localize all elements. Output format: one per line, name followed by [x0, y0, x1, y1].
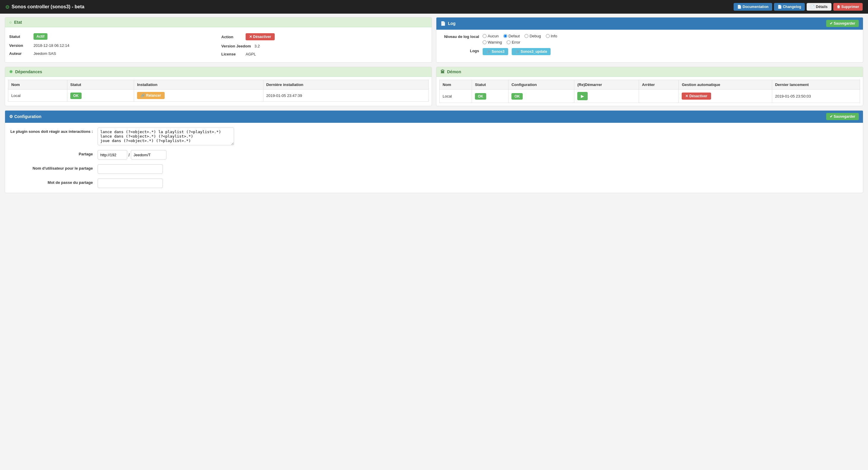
changelog-button[interactable]: 📄 Changelog [774, 3, 805, 11]
niveau-label: Niveau de log local [440, 34, 479, 39]
demon-dernier-cell: 2019-01-05 23:50:03 [772, 90, 860, 103]
log-body: Niveau de log local Aucun Defaut Debug [436, 30, 863, 59]
dependances-card: ❋ Dépendances Nom Statut Installation De… [5, 67, 432, 106]
demon-table-row: Local OK OK ▶ ✕ Désactiver 2019-01-05 23… [440, 90, 860, 103]
config-title: ⚙ Configuration [9, 114, 41, 119]
etat-statut-row: Statut Actif [9, 31, 215, 41]
radio-group-container: Aucun Defaut Debug Info [483, 34, 859, 44]
row-dep-demon: ❋ Dépendances Nom Statut Installation De… [5, 67, 863, 106]
auteur-label: Auteur [9, 51, 30, 56]
log-title-group: 📄 Log [440, 21, 456, 26]
etat-col-left: Statut Actif Version 2018-12-18 06:12:14… [9, 31, 215, 58]
demon-col-config: Configuration [508, 80, 574, 90]
config-save-button[interactable]: ✔ Sauvegarder [826, 113, 859, 120]
redemarrer-button[interactable]: ▶ [577, 92, 588, 100]
version-label: Version [9, 43, 30, 48]
dep-title: Dépendances [15, 69, 42, 74]
dep-col-nom: Nom [8, 80, 67, 90]
license-label: License [221, 52, 242, 56]
config-header: ⚙ Configuration ✔ Sauvegarder [5, 111, 863, 123]
partage-separator: / [128, 152, 130, 157]
radio-warning[interactable]: Warning [483, 40, 502, 44]
demon-arreter-cell [639, 90, 679, 103]
logs-btns-row: 🔗 Sonos3 🔗 Sonos3_update [483, 48, 859, 55]
mot-de-passe-label: Mot de passe du partage [10, 179, 93, 185]
version-value: 2018-12-18 06:12:14 [33, 43, 69, 48]
log-grid: Niveau de log local Aucun Defaut Debug [440, 34, 859, 55]
nom-utilisateur-value-container [98, 164, 858, 174]
etat-col-right: Action ✕ Désactiver Version Jeedom 3.2 L… [221, 31, 428, 58]
license-value: AGPL [246, 52, 256, 56]
dep-table: Nom Statut Installation Dernière install… [8, 80, 429, 102]
demon-nom-cell: Local [440, 90, 472, 103]
etat-card: ○ Etat Statut Actif Version 2018-12-18 0… [5, 17, 432, 63]
demon-col-gestion: Gestion automatique [679, 80, 772, 90]
configuration-card: ⚙ Configuration ✔ Sauvegarder Le plugin … [5, 110, 863, 193]
etat-grid: Statut Actif Version 2018-12-18 06:12:14… [9, 31, 428, 58]
radio-group-2: Warning Error [483, 40, 859, 44]
config-body: Le plugin sonos doit réagir aux interact… [5, 123, 863, 193]
demon-header: 🏛 Démon [436, 67, 863, 77]
version-jeedom-value: 3.2 [254, 44, 260, 48]
etat-versionjeedom-row: Version Jeedom 3.2 [221, 42, 428, 50]
demon-col-redemarrer: (Re)Démarrer [574, 80, 639, 90]
dependances-header: ❋ Dépendances [5, 67, 432, 77]
etat-license-row: License AGPL [221, 50, 428, 58]
radio-aucun[interactable]: Aucun [483, 34, 499, 38]
radio-defaut[interactable]: Defaut [503, 34, 520, 38]
page-title: ⊙ Sonos controller (sonos3) - beta [5, 4, 84, 10]
interactions-value-container: lance dans (?<object>.*) la playlist (?<… [98, 127, 858, 145]
page-header: ⊙ Sonos controller (sonos3) - beta 📄 Doc… [0, 0, 868, 13]
auteur-value: Jeedom SAS [33, 51, 56, 56]
log-save-button[interactable]: ✔ Sauvegarder [826, 20, 859, 27]
demon-table: Nom Statut Configuration (Re)Démarrer Ar… [439, 80, 860, 103]
dep-col-statut: Statut [67, 80, 134, 90]
nom-utilisateur-input[interactable] [98, 164, 163, 174]
etat-action-row: Action ✕ Désactiver [221, 31, 428, 42]
dep-table-header-row: Nom Statut Installation Dernière install… [8, 80, 429, 90]
interactions-textarea[interactable]: lance dans (?<object>.*) la playlist (?<… [98, 127, 234, 145]
dep-body: Nom Statut Installation Dernière install… [5, 77, 432, 105]
etat-auteur-row: Auteur Jeedom SAS [9, 50, 215, 58]
row-etat-log: ○ Etat Statut Actif Version 2018-12-18 0… [5, 17, 863, 63]
partage-host-input[interactable] [98, 150, 127, 160]
radio-error[interactable]: Error [507, 40, 520, 44]
dep-col-derniere: Dernière installation [263, 80, 428, 90]
dep-derniere-cell: 2019-01-05 23:47:39 [263, 90, 428, 102]
radio-debug[interactable]: Debug [525, 34, 541, 38]
log-card: 📄 Log ✔ Sauvegarder Niveau de log local … [436, 17, 863, 63]
partage-label: Partage [10, 150, 93, 156]
demon-col-arreter: Arrêter [639, 80, 679, 90]
dep-col-installation: Installation [134, 80, 263, 90]
demon-icon: 🏛 [440, 69, 445, 74]
demon-redemarrer-cell: ▶ [574, 90, 639, 103]
mot-de-passe-input[interactable] [98, 179, 163, 188]
dep-installation-cell: 🔗 Relancer [134, 90, 263, 102]
radio-warning-label: Warning [488, 40, 502, 44]
etat-title: Etat [14, 20, 22, 25]
log-header: 📄 Log ✔ Sauvegarder [436, 18, 863, 30]
supprimer-button[interactable]: 🗑 Supprimer [833, 3, 863, 11]
documentation-button[interactable]: 📄 Documentation [734, 3, 772, 11]
demon-col-dernier: Dernier lancement [772, 80, 860, 90]
demon-gestion-cell: ✕ Désactiver [679, 90, 772, 103]
radio-aucun-label: Aucun [488, 34, 499, 38]
desactiver-button[interactable]: ✕ Désactiver [246, 33, 275, 40]
log-sonos3-button[interactable]: 🔗 Sonos3 [483, 48, 508, 55]
interactions-label: Le plugin sonos doit réagir aux interact… [10, 127, 93, 134]
statut-value: Actif [33, 33, 48, 40]
details-button[interactable]: 📄 Détails [807, 3, 832, 11]
demon-table-header-row: Nom Statut Configuration (Re)Démarrer Ar… [440, 80, 860, 90]
gestion-desactiver-button[interactable]: ✕ Désactiver [682, 93, 711, 100]
log-sonos3update-button[interactable]: 🔗 Sonos3_update [512, 48, 551, 55]
main-content: ○ Etat Statut Actif Version 2018-12-18 0… [0, 13, 868, 197]
radio-info[interactable]: Info [546, 34, 557, 38]
partage-group: / [98, 150, 166, 160]
partage-path-input[interactable] [131, 150, 166, 160]
dep-icon: ❋ [9, 69, 13, 74]
relancer-button[interactable]: 🔗 Relancer [137, 92, 165, 99]
etat-icon: ○ [9, 20, 11, 25]
radio-debug-label: Debug [529, 34, 541, 38]
demon-statut-cell: OK [472, 90, 508, 103]
mot-de-passe-value-container [98, 179, 858, 188]
